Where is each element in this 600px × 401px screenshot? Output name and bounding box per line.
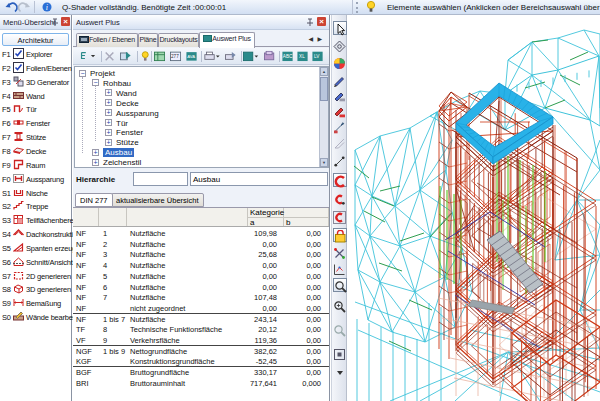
svg-text:XL: XL <box>299 55 305 60</box>
svg-text:i: i <box>46 3 48 12</box>
svg-text:LV: LV <box>314 55 320 60</box>
svg-text:AVA: AVA <box>187 55 195 60</box>
svg-text:ABC: ABC <box>283 55 293 60</box>
svg-text:277: 277 <box>171 55 179 60</box>
